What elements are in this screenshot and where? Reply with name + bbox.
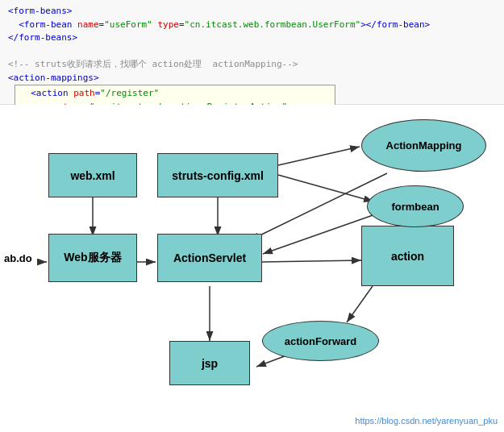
code-line-2: <form-bean name="useForm" type="cn.itcas… [8, 19, 496, 32]
svg-line-11 [278, 147, 360, 165]
action-label: action [391, 250, 424, 263]
svg-line-6 [262, 260, 361, 262]
strutsconfig-label: struts-config.xml [172, 169, 264, 182]
diagram: web.xml struts-config.xml Web服务器 ActionS… [0, 105, 504, 432]
action-box: action [361, 226, 454, 286]
webxml-label: web.xml [70, 169, 115, 182]
actionforward-label: actionForward [285, 335, 357, 347]
code-line-4 [8, 45, 496, 59]
svg-line-12 [278, 175, 373, 201]
actionmapping-label: ActionMapping [386, 139, 462, 152]
webxml-box: web.xml [48, 153, 137, 197]
svg-line-13 [347, 286, 373, 322]
actionmapping-ellipse: ActionMapping [361, 119, 486, 172]
code-line-6: <action-mappings> [8, 72, 496, 85]
actionservlet-box: ActionServlet [157, 234, 262, 282]
code-area: <form-beans> <form-bean name="useForm" t… [0, 0, 504, 105]
code-line-3: </form-beans> [8, 31, 496, 45]
code-line-5: <!-- struts收到请求后，找哪个 action处理 actionMapp… [8, 58, 496, 72]
jsp-label: jsp [202, 357, 218, 370]
webserver-label: Web服务器 [64, 251, 121, 265]
code-line-1: <form-beans> [8, 5, 496, 19]
actionservlet-label: ActionServlet [173, 251, 246, 264]
svg-line-9 [263, 214, 377, 254]
formbean-label: formbean [391, 201, 439, 213]
webserver-box: Web服务器 [48, 234, 137, 282]
code-line-7: <action path="/register" [20, 87, 330, 101]
actionforward-ellipse: actionForward [262, 321, 379, 361]
abdo-label: ab.do [4, 252, 32, 264]
formbean-ellipse: formbean [367, 185, 464, 227]
jsp-box: jsp [169, 341, 250, 385]
watermark: https://blog.csdn.net/yarenyuan_pku [355, 416, 498, 426]
strutsconfig-box: struts-config.xml [157, 153, 278, 197]
